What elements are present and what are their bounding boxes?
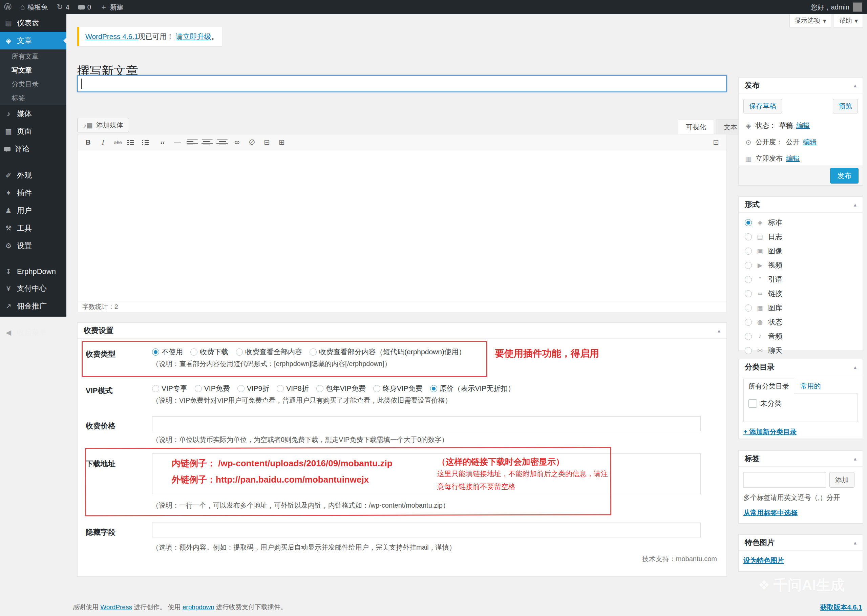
radio-icon[interactable] bbox=[237, 385, 245, 392]
edit-status-link[interactable]: 编辑 bbox=[796, 121, 810, 130]
radio-icon[interactable] bbox=[195, 385, 202, 392]
radio-icon[interactable] bbox=[745, 248, 752, 255]
fullscreen-icon[interactable]: ⊡ bbox=[710, 137, 722, 148]
format-option-4[interactable]: ▶视频 bbox=[739, 258, 862, 272]
collapse-arrow-icon[interactable]: ▴ bbox=[854, 456, 856, 462]
add-tag-button[interactable]: 添加 bbox=[829, 472, 854, 488]
format-header[interactable]: 形式 ▴ bbox=[739, 197, 862, 213]
post-content-editor[interactable]: BIabc“—∞∅⊟⊞⊡ bbox=[77, 134, 727, 302]
sidebar-item-erphpdown[interactable]: ↧ErphpDown bbox=[0, 264, 66, 280]
radio-icon[interactable] bbox=[745, 262, 752, 269]
radio-icon[interactable] bbox=[373, 385, 380, 392]
read-more-icon[interactable]: ⊟ bbox=[261, 137, 273, 148]
blockquote-icon[interactable]: “ bbox=[157, 134, 168, 150]
radio-icon[interactable] bbox=[190, 349, 198, 355]
align-left-icon[interactable] bbox=[187, 140, 198, 145]
update-now-link[interactable]: 请立即升级 bbox=[176, 32, 211, 41]
italic-icon[interactable]: I bbox=[97, 137, 109, 148]
add-category-link[interactable]: + 添加新分类目录 bbox=[743, 427, 858, 437]
admin-greeting[interactable]: 您好，admin bbox=[811, 3, 850, 12]
choose-tags-link[interactable]: 从常用标签中选择 bbox=[743, 508, 858, 517]
radio-icon[interactable] bbox=[745, 290, 752, 297]
vip-mode-option[interactable]: VIP免费 bbox=[195, 384, 230, 393]
radio-icon[interactable] bbox=[236, 349, 243, 355]
hidden-field-input[interactable] bbox=[152, 523, 701, 537]
vip-mode-option[interactable]: VIP9折 bbox=[237, 384, 270, 393]
edit-schedule-link[interactable]: 编辑 bbox=[786, 154, 799, 163]
radio-icon[interactable] bbox=[745, 305, 752, 311]
tab-all-categories[interactable]: 所有分类目录 bbox=[743, 379, 794, 394]
site-menu[interactable]: ⌂ 模板兔 bbox=[20, 3, 48, 12]
sidebar-item-tools[interactable]: ⚒工具 bbox=[0, 220, 66, 237]
vip-mode-option[interactable]: VIP8折 bbox=[277, 384, 309, 393]
submenu-item-add-new-post[interactable]: 写文章 bbox=[0, 63, 66, 77]
format-option-2[interactable]: ▤日志 bbox=[739, 229, 862, 244]
wordpress-link[interactable]: WordPress bbox=[100, 603, 132, 611]
horizontal-rule-icon[interactable]: — bbox=[172, 137, 183, 148]
radio-icon[interactable] bbox=[745, 347, 752, 354]
tags-header[interactable]: 标签 ▴ bbox=[739, 451, 862, 467]
collapse-arrow-icon[interactable]: ▴ bbox=[854, 539, 856, 546]
sidebar-item-users[interactable]: ♟用户 bbox=[0, 202, 66, 220]
format-option-7[interactable]: ▦图库 bbox=[739, 301, 862, 315]
format-option-1[interactable]: ◈标准 bbox=[739, 215, 862, 229]
post-title-input[interactable] bbox=[77, 75, 727, 92]
collapse-arrow-icon[interactable]: ▴ bbox=[854, 82, 856, 89]
sidebar-item-dashboard[interactable]: ▦仪表盘 bbox=[0, 14, 66, 32]
numbered-list-icon[interactable] bbox=[142, 140, 154, 145]
get-version-link[interactable]: 获取版本4.6.1 bbox=[820, 603, 862, 611]
align-right-icon[interactable] bbox=[217, 140, 228, 145]
sidebar-item-appearance[interactable]: ✐外观 bbox=[0, 167, 66, 184]
radio-icon[interactable] bbox=[745, 219, 752, 226]
format-option-3[interactable]: ▣图像 bbox=[739, 244, 862, 258]
updates-menu[interactable]: ↻ 4 bbox=[57, 3, 69, 11]
editor-canvas[interactable] bbox=[77, 150, 726, 302]
categories-header[interactable]: 分类目录 ▴ bbox=[739, 359, 862, 375]
submenu-item-post-tags[interactable]: 标签 bbox=[0, 91, 66, 105]
submenu-item-all-posts[interactable]: 所有文章 bbox=[0, 49, 66, 63]
checkbox-icon[interactable] bbox=[748, 399, 757, 408]
format-option-9[interactable]: ♪音频 bbox=[739, 329, 862, 343]
avatar[interactable] bbox=[853, 2, 862, 12]
charge-type-option[interactable]: 收费查看全部内容 bbox=[236, 347, 302, 357]
tab-visual[interactable]: 可视化 bbox=[678, 119, 714, 135]
collapse-arrow-icon[interactable]: ▴ bbox=[854, 364, 856, 371]
publish-header[interactable]: 发布 ▴ bbox=[739, 77, 862, 93]
save-draft-button[interactable]: 保存草稿 bbox=[743, 99, 782, 113]
radio-icon[interactable] bbox=[430, 385, 437, 392]
sidebar-item-settings[interactable]: ⚙设置 bbox=[0, 237, 66, 255]
vip-mode-option[interactable]: 包年VIP免费 bbox=[316, 384, 366, 393]
add-media-button[interactable]: ♪▤ 添加媒体 bbox=[77, 118, 129, 132]
sidebar-item-posts[interactable]: ◈文章 bbox=[0, 32, 66, 49]
edit-visibility-link[interactable]: 编辑 bbox=[803, 137, 817, 147]
publish-button[interactable]: 发布 bbox=[830, 168, 859, 184]
bold-icon[interactable]: B bbox=[82, 137, 94, 148]
wordpress-version-link[interactable]: WordPress 4.6.1 bbox=[85, 33, 138, 41]
vip-mode-option[interactable]: 终身VIP免费 bbox=[373, 384, 423, 393]
sidebar-item-collapse-menu[interactable]: ◀收起菜单 bbox=[0, 324, 66, 341]
charge-type-option[interactable]: 收费查看部分内容（短代码(erphpdown)使用） bbox=[309, 347, 466, 357]
radio-icon[interactable] bbox=[745, 319, 752, 326]
radio-icon[interactable] bbox=[152, 349, 159, 355]
collapse-arrow-icon[interactable]: ▴ bbox=[854, 201, 856, 208]
price-input[interactable] bbox=[152, 416, 701, 431]
fee-settings-header[interactable]: 收费设置 ▴ bbox=[77, 323, 726, 339]
radio-icon[interactable] bbox=[316, 385, 324, 392]
strikethrough-icon[interactable]: abc bbox=[112, 137, 124, 148]
align-center-icon[interactable] bbox=[201, 140, 213, 145]
toolbar-toggle-icon[interactable]: ⊞ bbox=[276, 137, 287, 148]
submenu-item-post-categories[interactable]: 分类目录 bbox=[0, 77, 66, 91]
screen-options-button[interactable]: 显示选项 ▾ bbox=[790, 14, 831, 27]
sidebar-item-commission[interactable]: ↗佣金推广 bbox=[0, 297, 66, 315]
tags-input[interactable] bbox=[743, 472, 826, 488]
radio-icon[interactable] bbox=[745, 333, 752, 340]
radio-icon[interactable] bbox=[277, 385, 284, 392]
link-icon[interactable]: ∞ bbox=[231, 137, 243, 148]
set-featured-image-link[interactable]: 设为特色图片 bbox=[743, 557, 784, 564]
tab-most-used[interactable]: 常用的 bbox=[796, 379, 825, 393]
erphpdown-link[interactable]: erphpdown bbox=[182, 603, 214, 611]
radio-icon[interactable] bbox=[152, 385, 159, 392]
comments-menu[interactable]: 0 bbox=[78, 3, 91, 11]
sidebar-item-pages[interactable]: ▤页面 bbox=[0, 123, 66, 140]
bulleted-list-icon[interactable] bbox=[127, 140, 138, 145]
